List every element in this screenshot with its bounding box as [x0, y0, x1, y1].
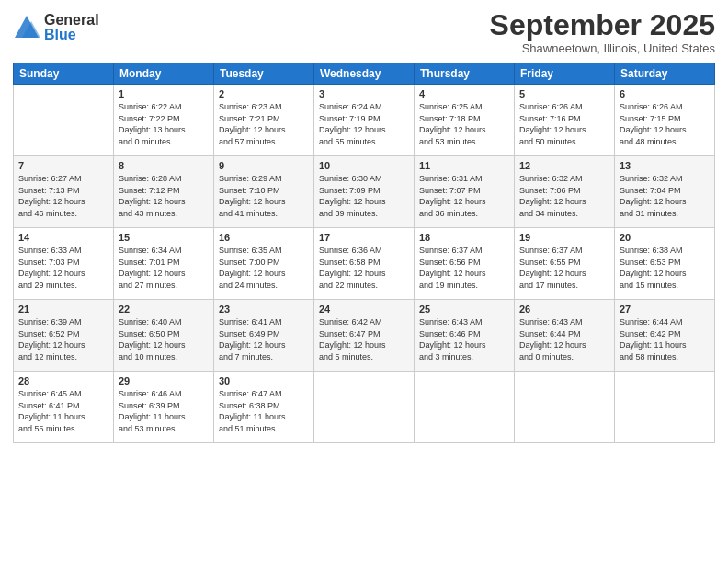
logo-blue: Blue [44, 28, 99, 42]
cell-content: Sunrise: 6:38 AM Sunset: 6:53 PM Dayligh… [620, 245, 710, 291]
header-row: Sunday Monday Tuesday Wednesday Thursday… [14, 63, 715, 85]
week-row-2: 7Sunrise: 6:27 AM Sunset: 7:13 PM Daylig… [14, 156, 715, 228]
col-saturday: Saturday [615, 63, 715, 85]
cell-content: Sunrise: 6:32 AM Sunset: 7:04 PM Dayligh… [620, 173, 710, 219]
day-number: 3 [319, 88, 409, 99]
day-number: 8 [119, 160, 209, 171]
cell-content: Sunrise: 6:37 AM Sunset: 6:56 PM Dayligh… [419, 245, 509, 291]
day-number: 13 [620, 160, 710, 171]
calendar-cell: 7Sunrise: 6:27 AM Sunset: 7:13 PM Daylig… [14, 156, 114, 228]
calendar-cell [14, 85, 114, 156]
week-row-1: 1Sunrise: 6:22 AM Sunset: 7:22 PM Daylig… [14, 85, 715, 156]
day-number: 19 [519, 232, 609, 243]
week-row-4: 21Sunrise: 6:39 AM Sunset: 6:52 PM Dayli… [14, 300, 715, 372]
calendar-cell: 5Sunrise: 6:26 AM Sunset: 7:16 PM Daylig… [515, 85, 615, 156]
day-number: 29 [119, 375, 209, 386]
header: General Blue September 2025 Shawneetown,… [13, 9, 715, 55]
title-block: September 2025 Shawneetown, Illinois, Un… [490, 9, 715, 55]
calendar-cell: 13Sunrise: 6:32 AM Sunset: 7:04 PM Dayli… [615, 156, 715, 228]
cell-content: Sunrise: 6:28 AM Sunset: 7:12 PM Dayligh… [119, 173, 209, 219]
day-number: 7 [18, 160, 108, 171]
day-number: 14 [18, 232, 108, 243]
calendar-cell: 17Sunrise: 6:36 AM Sunset: 6:58 PM Dayli… [314, 228, 415, 300]
calendar-cell: 16Sunrise: 6:35 AM Sunset: 7:00 PM Dayli… [214, 228, 314, 300]
cell-content: Sunrise: 6:43 AM Sunset: 6:46 PM Dayligh… [419, 316, 509, 362]
col-tuesday: Tuesday [214, 63, 314, 85]
calendar-cell: 28Sunrise: 6:45 AM Sunset: 6:41 PM Dayli… [14, 372, 114, 443]
calendar-cell: 20Sunrise: 6:38 AM Sunset: 6:53 PM Dayli… [615, 228, 715, 300]
cell-content: Sunrise: 6:36 AM Sunset: 6:58 PM Dayligh… [319, 245, 409, 291]
cell-content: Sunrise: 6:43 AM Sunset: 6:44 PM Dayligh… [519, 316, 609, 362]
location: Shawneetown, Illinois, United States [490, 41, 715, 55]
calendar-cell: 6Sunrise: 6:26 AM Sunset: 7:15 PM Daylig… [615, 85, 715, 156]
day-number: 6 [620, 88, 710, 99]
day-number: 5 [519, 88, 609, 99]
day-number: 16 [219, 232, 309, 243]
calendar-cell [314, 372, 415, 443]
calendar-cell [615, 372, 715, 443]
cell-content: Sunrise: 6:35 AM Sunset: 7:00 PM Dayligh… [219, 245, 309, 291]
calendar-cell: 25Sunrise: 6:43 AM Sunset: 6:46 PM Dayli… [415, 300, 515, 372]
day-number: 21 [18, 304, 108, 315]
day-number: 2 [219, 88, 309, 99]
day-number: 4 [419, 88, 509, 99]
logo-icon [13, 14, 40, 41]
cell-content: Sunrise: 6:24 AM Sunset: 7:19 PM Dayligh… [319, 101, 409, 147]
day-number: 28 [18, 375, 108, 386]
day-number: 17 [319, 232, 409, 243]
calendar-cell: 29Sunrise: 6:46 AM Sunset: 6:39 PM Dayli… [114, 372, 214, 443]
day-number: 24 [319, 304, 409, 315]
cell-content: Sunrise: 6:40 AM Sunset: 6:50 PM Dayligh… [119, 316, 209, 362]
cell-content: Sunrise: 6:33 AM Sunset: 7:03 PM Dayligh… [18, 245, 108, 291]
calendar-cell [515, 372, 615, 443]
calendar-cell: 18Sunrise: 6:37 AM Sunset: 6:56 PM Dayli… [415, 228, 515, 300]
week-row-3: 14Sunrise: 6:33 AM Sunset: 7:03 PM Dayli… [14, 228, 715, 300]
calendar-cell: 2Sunrise: 6:23 AM Sunset: 7:21 PM Daylig… [214, 85, 314, 156]
cell-content: Sunrise: 6:45 AM Sunset: 6:41 PM Dayligh… [18, 388, 108, 434]
cell-content: Sunrise: 6:37 AM Sunset: 6:55 PM Dayligh… [519, 245, 609, 291]
day-number: 25 [419, 304, 509, 315]
cell-content: Sunrise: 6:34 AM Sunset: 7:01 PM Dayligh… [119, 245, 209, 291]
calendar-cell: 14Sunrise: 6:33 AM Sunset: 7:03 PM Dayli… [14, 228, 114, 300]
calendar-cell: 15Sunrise: 6:34 AM Sunset: 7:01 PM Dayli… [114, 228, 214, 300]
col-monday: Monday [114, 63, 214, 85]
logo-general: General [44, 13, 99, 28]
calendar-cell: 8Sunrise: 6:28 AM Sunset: 7:12 PM Daylig… [114, 156, 214, 228]
day-number: 9 [219, 160, 309, 171]
cell-content: Sunrise: 6:26 AM Sunset: 7:15 PM Dayligh… [620, 101, 710, 147]
day-number: 22 [119, 304, 209, 315]
calendar-cell: 3Sunrise: 6:24 AM Sunset: 7:19 PM Daylig… [314, 85, 415, 156]
calendar-cell: 1Sunrise: 6:22 AM Sunset: 7:22 PM Daylig… [114, 85, 214, 156]
day-number: 30 [219, 375, 309, 386]
cell-content: Sunrise: 6:25 AM Sunset: 7:18 PM Dayligh… [419, 101, 509, 147]
calendar-cell: 4Sunrise: 6:25 AM Sunset: 7:18 PM Daylig… [415, 85, 515, 156]
day-number: 23 [219, 304, 309, 315]
calendar-cell: 11Sunrise: 6:31 AM Sunset: 7:07 PM Dayli… [415, 156, 515, 228]
calendar-cell: 10Sunrise: 6:30 AM Sunset: 7:09 PM Dayli… [314, 156, 415, 228]
cell-content: Sunrise: 6:32 AM Sunset: 7:06 PM Dayligh… [519, 173, 609, 219]
calendar-cell [415, 372, 515, 443]
day-number: 12 [519, 160, 609, 171]
day-number: 11 [419, 160, 509, 171]
cell-content: Sunrise: 6:46 AM Sunset: 6:39 PM Dayligh… [119, 388, 209, 434]
day-number: 27 [620, 304, 710, 315]
day-number: 15 [119, 232, 209, 243]
cell-content: Sunrise: 6:39 AM Sunset: 6:52 PM Dayligh… [18, 316, 108, 362]
calendar-table: Sunday Monday Tuesday Wednesday Thursday… [13, 63, 715, 443]
col-sunday: Sunday [14, 63, 114, 85]
logo-text: General Blue [44, 13, 99, 42]
col-thursday: Thursday [415, 63, 515, 85]
cell-content: Sunrise: 6:22 AM Sunset: 7:22 PM Dayligh… [119, 101, 209, 147]
cell-content: Sunrise: 6:29 AM Sunset: 7:10 PM Dayligh… [219, 173, 309, 219]
cell-content: Sunrise: 6:30 AM Sunset: 7:09 PM Dayligh… [319, 173, 409, 219]
day-number: 18 [419, 232, 509, 243]
col-wednesday: Wednesday [314, 63, 415, 85]
day-number: 10 [319, 160, 409, 171]
calendar-cell: 9Sunrise: 6:29 AM Sunset: 7:10 PM Daylig… [214, 156, 314, 228]
week-row-5: 28Sunrise: 6:45 AM Sunset: 6:41 PM Dayli… [14, 372, 715, 443]
calendar-cell: 24Sunrise: 6:42 AM Sunset: 6:47 PM Dayli… [314, 300, 415, 372]
calendar-cell: 12Sunrise: 6:32 AM Sunset: 7:06 PM Dayli… [515, 156, 615, 228]
calendar-cell: 26Sunrise: 6:43 AM Sunset: 6:44 PM Dayli… [515, 300, 615, 372]
cell-content: Sunrise: 6:42 AM Sunset: 6:47 PM Dayligh… [319, 316, 409, 362]
col-friday: Friday [515, 63, 615, 85]
